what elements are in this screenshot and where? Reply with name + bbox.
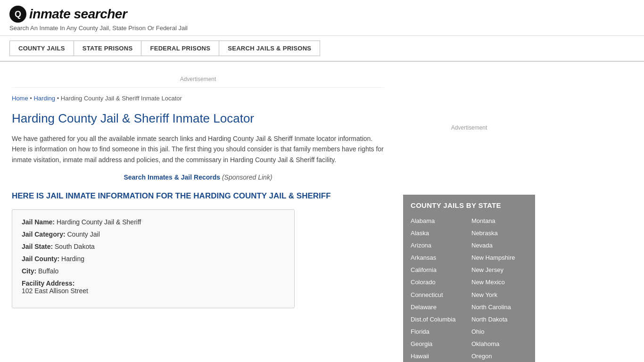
breadcrumb-sep2: • [57, 95, 61, 102]
state-link[interactable]: Colorado [411, 276, 467, 288]
state-link[interactable]: New Hampshire [471, 252, 528, 264]
jail-state-value: South Dakota [55, 243, 95, 250]
header: Q inmate searcher Search An Inmate In An… [0, 0, 644, 36]
jail-name-label: Jail Name: [22, 218, 55, 226]
state-link[interactable]: Oregon [471, 350, 528, 362]
state-link[interactable]: New Jersey [471, 264, 528, 276]
sponsored-link: Search Inmates & Jail Records (Sponsored… [12, 173, 384, 181]
state-link[interactable]: North Dakota [471, 313, 528, 326]
sidebar: Advertisement COUNTY JAILS BY STATE Alab… [396, 62, 542, 362]
jail-state-label: Jail State: [22, 243, 53, 250]
state-col-right: MontanaNebraskaNevadaNew HampshireNew Je… [471, 215, 528, 362]
nav: COUNTY JAILS STATE PRISONS FEDERAL PRISO… [0, 36, 644, 62]
state-link[interactable]: Florida [411, 326, 467, 338]
sidebar-ad: Advertisement [403, 66, 535, 189]
jail-address-value: 102 East Allison Street [22, 287, 285, 295]
state-link[interactable]: Alaska [411, 227, 467, 239]
jail-name-row: Jail Name: Harding County Jail & Sheriff [22, 218, 285, 226]
description: We have gathered for you all the availab… [12, 133, 384, 165]
info-heading: HERE IS JAIL INMATE INFORMATION FOR THE … [12, 190, 384, 202]
logo-text: inmate searcher [29, 7, 127, 22]
nav-search-jails[interactable]: SEARCH JAILS & PRISONS [219, 41, 320, 56]
state-link[interactable]: California [411, 264, 467, 276]
ad-bar: Advertisement [12, 71, 384, 88]
breadcrumb: Home • Harding • Harding County Jail & S… [12, 95, 384, 102]
state-link[interactable]: New Mexico [471, 276, 528, 288]
state-link[interactable]: Georgia [411, 338, 467, 350]
state-link[interactable]: Ohio [471, 326, 528, 338]
jail-category-value: County Jail [67, 230, 99, 238]
state-box: COUNTY JAILS BY STATE AlabamaAlaskaArizo… [403, 195, 535, 362]
state-link[interactable]: Alabama [411, 215, 467, 227]
jail-county-label: Jail County: [22, 255, 59, 263]
main: Advertisement Home • Harding • Harding C… [0, 62, 644, 362]
jail-name-value: Harding County Jail & Sheriff [57, 218, 141, 226]
jail-county-value: Harding [61, 255, 84, 263]
jail-city-row: City: Buffalo [22, 267, 285, 275]
content: Advertisement Home • Harding • Harding C… [0, 62, 396, 362]
state-link[interactable]: New York [471, 289, 528, 301]
state-link[interactable]: Connecticut [411, 289, 467, 301]
jail-address-row: Facility Address: 102 East Allison Stree… [22, 280, 285, 295]
state-columns: AlabamaAlaskaArizonaArkansasCaliforniaCo… [411, 215, 528, 362]
state-link[interactable]: Arizona [411, 239, 467, 252]
logo-icon: Q [9, 6, 26, 23]
jail-city-label: City: [22, 267, 36, 275]
state-link[interactable]: Montana [471, 215, 528, 227]
state-link[interactable]: Delaware [411, 301, 467, 313]
jail-address-label: Facility Address: [22, 280, 285, 287]
sponsored-note: (Sponsored Link) [222, 173, 272, 181]
tagline: Search An Inmate In Any County Jail, Sta… [9, 25, 635, 32]
jail-category-row: Jail Category: County Jail [22, 230, 285, 238]
breadcrumb-home-link[interactable]: Home [12, 95, 28, 102]
state-link[interactable]: Arkansas [411, 252, 467, 264]
state-col-left: AlabamaAlaskaArizonaArkansasCaliforniaCo… [411, 215, 467, 362]
nav-state-prisons[interactable]: STATE PRISONS [74, 41, 142, 56]
sponsored-link-anchor[interactable]: Search Inmates & Jail Records [124, 173, 220, 181]
jail-county-row: Jail County: Harding [22, 255, 285, 263]
state-box-title: COUNTY JAILS BY STATE [411, 201, 528, 209]
state-link[interactable]: North Carolina [471, 301, 528, 313]
state-link[interactable]: Hawaii [411, 350, 467, 362]
nav-federal-prisons[interactable]: FEDERAL PRISONS [141, 41, 219, 56]
jail-state-row: Jail State: South Dakota [22, 243, 285, 250]
jail-category-label: Jail Category: [22, 230, 66, 238]
breadcrumb-harding-link[interactable]: Harding [33, 95, 55, 102]
page-title: Harding County Jail & Sheriff Inmate Loc… [12, 111, 384, 126]
jail-info-box: Jail Name: Harding County Jail & Sheriff… [12, 209, 295, 308]
nav-county-jails[interactable]: COUNTY JAILS [9, 41, 74, 56]
logo-area: Q inmate searcher [9, 6, 635, 23]
breadcrumb-current: Harding County Jail & Sheriff Inmate Loc… [61, 95, 182, 102]
state-link[interactable]: Dist.of Columbia [411, 313, 467, 326]
state-link[interactable]: Nevada [471, 239, 528, 252]
state-link[interactable]: Nebraska [471, 227, 528, 239]
jail-city-value: Buffalo [38, 267, 58, 275]
state-link[interactable]: Oklahoma [471, 338, 528, 350]
